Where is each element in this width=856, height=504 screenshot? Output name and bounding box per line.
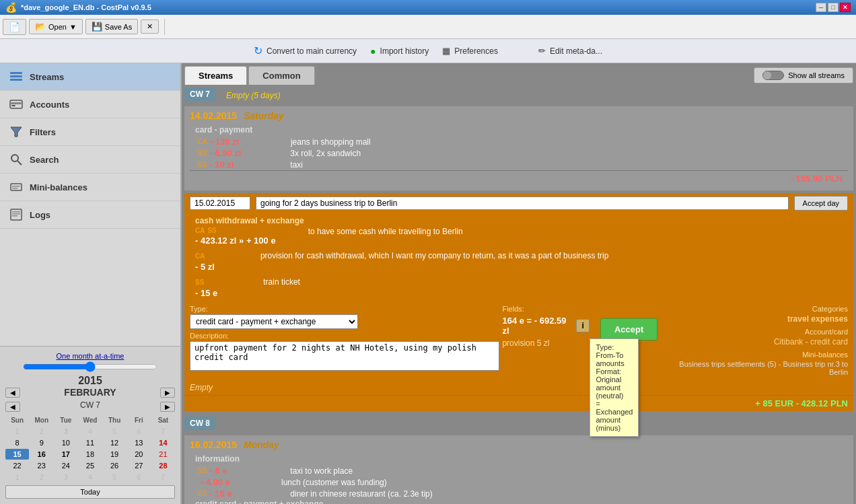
minimize-button[interactable]: ─ [816, 3, 826, 12]
close-button[interactable]: ✕ [840, 3, 851, 12]
cal-header-sun: Sun [5, 415, 29, 425]
selected-header: Accept day [184, 193, 853, 213]
cal-day[interactable]: 28 [151, 460, 175, 471]
cal-day[interactable]: 27 [127, 460, 151, 471]
tx-row-5[interactable]: - 4.90 e lunch (customer was funding) [190, 476, 848, 488]
tx-row-1[interactable]: CA - 139 zl jeans in shopping mall [190, 136, 848, 147]
save-as-button[interactable]: 💾 Save As [85, 19, 138, 34]
convert-button[interactable]: ↻ Convert to main currency [254, 44, 357, 57]
show-all-streams-button[interactable]: Show all streams [754, 67, 853, 83]
tx-desc-6: diner in chinese restaurant (ca. 2.3e ti… [290, 489, 843, 499]
svg-point-7 [11, 155, 18, 161]
import-history-button[interactable]: ● Import history [370, 46, 429, 57]
cal-day[interactable]: 4 [78, 472, 102, 482]
accept-button[interactable]: Accept [600, 318, 657, 340]
cal-day[interactable]: 6 [127, 472, 151, 482]
cal-day[interactable]: 13 [127, 437, 151, 448]
desc-textarea[interactable]: upfront payment for 2 nights at NH Hotel… [190, 341, 499, 371]
day-14feb-total: - 155.90 PLN [190, 170, 848, 186]
today-button[interactable]: Today [5, 485, 175, 499]
show-all-toggle[interactable] [762, 71, 784, 80]
month-next-button[interactable]: ▶ [160, 388, 175, 398]
open-button[interactable]: 📂 Open ▼ [29, 19, 83, 34]
cal-day[interactable]: 23 [30, 460, 53, 471]
cal-day[interactable]: 10 [54, 437, 77, 448]
tx-amount-3: - 10 zl [209, 159, 290, 170]
cal-day[interactable]: 4 [78, 426, 102, 437]
cal-day[interactable]: 7 [151, 426, 175, 437]
sidebar-item-logs[interactable]: Logs [0, 201, 180, 229]
tx3-amount: - 15 e [195, 288, 217, 298]
maximize-button[interactable]: □ [828, 3, 839, 12]
info-button[interactable]: i [576, 319, 590, 332]
sidebar-item-filters[interactable]: Filters [0, 118, 180, 146]
edit-meta-button[interactable]: ✏ Edit meta-da... [538, 46, 602, 56]
accept-day-button[interactable]: Accept day [794, 196, 848, 211]
tx-amount-4: - 8 e [209, 466, 290, 476]
cal-day[interactable]: 9 [30, 437, 53, 448]
cal-day[interactable]: 5 [103, 472, 127, 482]
cal-day[interactable]: 18 [78, 449, 102, 460]
cal-day[interactable]: 3 [54, 426, 77, 437]
cal-day[interactable]: 2 [30, 426, 53, 437]
tabs-bar: Streams Common Show all streams [182, 63, 856, 85]
cal-day[interactable]: 1 [5, 426, 29, 437]
tab-common[interactable]: Common [248, 66, 314, 85]
sidebar-item-streams[interactable]: Streams [0, 63, 180, 91]
tx-row-4[interactable]: SS - 8 e taxi to work place [190, 465, 848, 476]
tx-row-2[interactable]: SS - 6.90 zl 3x roll, 2x sandwich [190, 147, 848, 159]
cal-day[interactable]: 24 [54, 460, 77, 471]
time-slider[interactable] [23, 361, 157, 372]
tooltip-line3: = Exchanged amount (minus) [596, 400, 633, 432]
one-month-label[interactable]: One month at-a-time [5, 352, 175, 360]
close-db-button[interactable]: ✕ [141, 20, 159, 34]
selected-tx-1: cash withdrawal + exchange CA SS - 423.1… [184, 213, 853, 248]
cal-day[interactable]: 21 [151, 449, 175, 460]
cal-day[interactable]: 2 [30, 472, 53, 482]
selected-tx-type-1: cash withdrawal + exchange [195, 216, 843, 225]
mini-balances-ref-value: Business trips settlements (5) - Busines… [663, 360, 848, 376]
tab-streams[interactable]: Streams [184, 66, 247, 85]
cal-day[interactable]: 8 [5, 437, 29, 448]
cal-day[interactable]: 26 [103, 460, 127, 471]
cal-day[interactable]: 12 [103, 437, 127, 448]
cal-day[interactable]: 16 [30, 449, 53, 460]
sidebar-item-search[interactable]: Search [0, 146, 180, 174]
cal-day[interactable]: 5 [103, 426, 127, 437]
tx-tag-CA: CA [195, 138, 210, 145]
cal-day[interactable]: 3 [54, 472, 77, 482]
open-dropdown-icon: ▼ [69, 23, 77, 31]
cw7-block: CW 7 Empty (5 days) 14.02.2015 Saturday … [184, 87, 853, 411]
cal-day[interactable]: 25 [78, 460, 102, 471]
cal-day[interactable]: 19 [103, 449, 127, 460]
tx-row-3[interactable]: SS - 10 zl taxi [190, 159, 848, 170]
cal-day[interactable]: 1 [5, 472, 29, 482]
cw-next-button[interactable]: ▶ [160, 402, 175, 412]
cal-day[interactable]: 6 [127, 426, 151, 437]
cal-day[interactable]: 17 [54, 449, 77, 460]
selected-desc-input[interactable] [256, 196, 789, 210]
search-nav-icon [8, 151, 24, 168]
cal-day[interactable]: 7 [151, 472, 175, 482]
desc-label: Description: [190, 332, 491, 340]
selected-tx-3: SS - 15 e train ticket [184, 275, 853, 301]
cal-day[interactable]: 14 [151, 437, 175, 448]
tx-type-cardpay: card - payment [190, 125, 848, 135]
sidebar-item-mini-balances[interactable]: Mini-balances [0, 174, 180, 201]
accounts-icon [8, 96, 24, 112]
cw-prev-button[interactable]: ◀ [5, 402, 20, 412]
type-select[interactable]: credit card - payment + exchange cash wi… [190, 314, 358, 329]
selected-total: + 85 EUR - 428.12 PLN [184, 395, 853, 411]
cal-day[interactable]: 20 [127, 449, 151, 460]
selected-date-input[interactable] [190, 196, 250, 210]
account-label: Account/card [663, 328, 848, 336]
preferences-button[interactable]: ▦ Preferences [442, 46, 498, 56]
tx-amount-1: - 139 zl [210, 137, 291, 147]
tx-row-6[interactable]: SS - 16 e diner in chinese restaurant (c… [190, 488, 848, 499]
sidebar-item-accounts[interactable]: Accounts [0, 91, 180, 118]
new-button[interactable]: 📄 [3, 19, 26, 35]
month-prev-button[interactable]: ◀ [5, 388, 20, 398]
cal-day[interactable]: 11 [78, 437, 102, 448]
cal-day-today[interactable]: 15 [5, 449, 29, 460]
cal-day[interactable]: 22 [5, 460, 29, 471]
